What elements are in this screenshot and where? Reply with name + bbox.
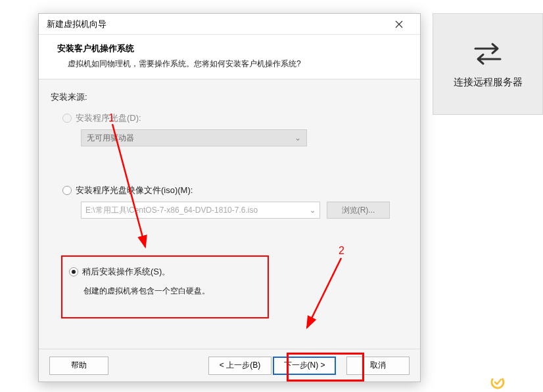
watermark: 创新互联 <box>490 375 539 389</box>
new-vm-wizard-dialog: 新建虚拟机向导 安装客户机操作系统 虚拟机如同物理机，需要操作系统。您将如何安装… <box>38 13 421 382</box>
cancel-button[interactable]: 取消 <box>346 357 410 375</box>
svg-line-1 <box>307 258 341 328</box>
radio-later-label: 稍后安装操作系统(S)。 <box>82 266 170 278</box>
radio-disc <box>62 114 72 123</box>
annotation-arrow-2 <box>295 250 374 336</box>
help-button-label: 帮助 <box>71 360 87 371</box>
annotation-number-2: 2 <box>339 245 344 257</box>
radio-iso-label: 安装程序光盘映像文件(iso)(M): <box>76 185 193 196</box>
install-source-label: 安装来源: <box>51 91 407 103</box>
cancel-button-label: 取消 <box>370 360 386 371</box>
iso-path-value: E:\常用工具\CentOS-7-x86_64-DVD-1810-7.6.iso <box>85 205 258 216</box>
radio-later-sub: 创建的虚拟机将包含一个空白硬盘。 <box>83 286 210 297</box>
browse-button: 浏览(R)... <box>327 202 390 219</box>
radio-later-row[interactable]: 稍后安装操作系统(S)。 <box>69 266 210 278</box>
close-button[interactable] <box>386 15 412 33</box>
watermark-label: 创新互联 <box>508 377 539 388</box>
radio-iso[interactable] <box>62 186 72 195</box>
next-button[interactable]: 下一步(N) > <box>273 357 336 375</box>
titlebar: 新建虚拟机向导 <box>39 14 420 35</box>
remote-server-button[interactable]: 连接远程服务器 <box>433 13 543 115</box>
annotation-number-1: 1 <box>108 112 114 124</box>
next-button-label: 下一步(N) > <box>284 360 325 371</box>
disc-drive-combo: 无可用驱动器 ⌄ <box>81 129 307 146</box>
dialog-header: 安装客户机操作系统 虚拟机如同物理机，需要操作系统。您将如何安装客户机操作系统? <box>39 35 420 79</box>
remote-server-label: 连接远程服务器 <box>454 76 523 89</box>
iso-path-combo: E:\常用工具\CentOS-7-x86_64-DVD-1810-7.6.iso… <box>81 202 320 219</box>
radio-later[interactable] <box>69 267 78 276</box>
help-button[interactable]: 帮助 <box>49 357 108 375</box>
dialog-content: 安装来源: 安装程序光盘(D): 无可用驱动器 ⌄ 安装程序光盘映像文件(iso… <box>39 79 420 349</box>
close-icon <box>395 20 403 28</box>
dialog-heading: 安装客户机操作系统 <box>57 43 407 54</box>
browse-button-label: 浏览(R)... <box>342 205 375 216</box>
dialog-footer: 帮助 < 上一步(B) 下一步(N) > 取消 <box>39 349 420 381</box>
dialog-description: 虚拟机如同物理机，需要操作系统。您将如何安装客户机操作系统? <box>68 58 407 70</box>
back-button-label: < 上一步(B) <box>220 360 260 371</box>
radio-iso-row[interactable]: 安装程序光盘映像文件(iso)(M): <box>62 185 407 196</box>
transfer-icon <box>471 39 504 67</box>
back-button[interactable]: < 上一步(B) <box>208 357 272 375</box>
disc-combo-value: 无可用驱动器 <box>87 133 134 144</box>
chevron-down-icon: ⌄ <box>310 206 316 215</box>
dialog-title: 新建虚拟机向导 <box>47 18 106 30</box>
chevron-down-icon: ⌄ <box>295 133 301 142</box>
watermark-icon <box>490 375 505 389</box>
